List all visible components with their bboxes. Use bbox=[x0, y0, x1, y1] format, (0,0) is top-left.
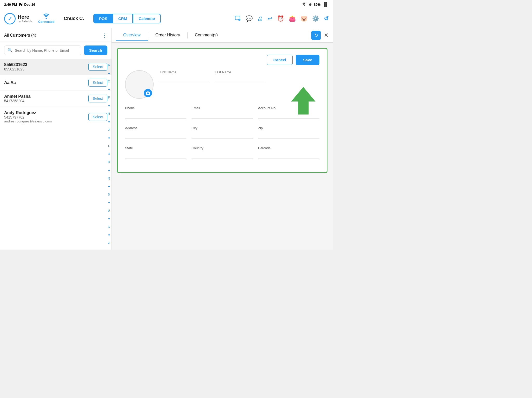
select-button[interactable]: Select bbox=[88, 113, 107, 121]
alpha-c[interactable]: C bbox=[108, 80, 110, 83]
first-name-label: First Name bbox=[160, 70, 209, 74]
alarm-icon[interactable]: ⏰ bbox=[277, 15, 284, 22]
first-name-field: First Name bbox=[160, 70, 209, 83]
first-name-input[interactable] bbox=[160, 76, 209, 83]
user-name: Chuck C. bbox=[64, 16, 84, 21]
piggy-icon[interactable]: 🐷 bbox=[300, 15, 307, 22]
battery-percent: 89% bbox=[314, 3, 320, 6]
state-field: State bbox=[125, 146, 186, 159]
customer-name: Aa Aa bbox=[4, 80, 16, 85]
email-field: Email bbox=[192, 106, 253, 119]
alpha-j[interactable]: J bbox=[108, 128, 110, 132]
camera-button[interactable] bbox=[144, 89, 152, 97]
chat-icon[interactable]: 💬 bbox=[246, 15, 253, 22]
right-tabs: Overview Order History Comment(s) ↻ ✕ bbox=[112, 28, 333, 43]
customer-name: 8556231623 bbox=[4, 62, 27, 67]
alpha-a[interactable]: A bbox=[108, 63, 110, 67]
select-button[interactable]: Select bbox=[88, 79, 107, 87]
alpha-dot bbox=[108, 105, 110, 106]
account-no-input[interactable] bbox=[258, 112, 319, 119]
main-layout: All Customers (4) ⋮ 🔍 Search 8556231623 … bbox=[0, 28, 333, 250]
barcode-input[interactable] bbox=[258, 152, 319, 159]
form-actions: Cancel Save bbox=[125, 55, 319, 65]
account-no-field: Account No. bbox=[258, 106, 319, 119]
logo-text: Here by SalesVu bbox=[18, 14, 32, 23]
customer-list: 8556231623 8556231623 Select Aa Aa Selec… bbox=[0, 59, 111, 250]
customer-name: Ahmet Pasha bbox=[4, 94, 30, 99]
all-customers-title: All Customers (4) bbox=[4, 33, 36, 38]
search-input[interactable] bbox=[15, 48, 78, 53]
customer-email: andres.rodriguez@salesvu.com bbox=[4, 119, 52, 123]
customer-item[interactable]: Aa Aa Select bbox=[0, 75, 111, 90]
last-name-input[interactable] bbox=[215, 76, 264, 83]
tab-crm[interactable]: CRM bbox=[113, 14, 133, 23]
wifi-connected-icon bbox=[43, 14, 50, 20]
wallet-icon[interactable]: 👛 bbox=[289, 15, 296, 22]
alpha-dot bbox=[108, 218, 110, 219]
cancel-button[interactable]: Cancel bbox=[267, 55, 293, 65]
phone-field: Phone bbox=[125, 106, 186, 119]
address-input[interactable] bbox=[125, 132, 186, 139]
customer-info: Aa Aa bbox=[4, 80, 16, 85]
customer-item[interactable]: 8556231623 8556231623 Select bbox=[0, 59, 111, 75]
email-input[interactable] bbox=[192, 112, 253, 119]
tab-comments[interactable]: Comment(s) bbox=[188, 30, 225, 41]
tab-order-history[interactable]: Order History bbox=[148, 30, 187, 41]
tab-pos[interactable]: POS bbox=[93, 14, 113, 23]
alpha-index: A C F H J L O Q S U X bbox=[106, 59, 111, 250]
alpha-o[interactable]: O bbox=[108, 160, 110, 164]
customer-info: Andy Rodriguez 5415797762 andres.rodrigu… bbox=[4, 110, 52, 123]
customer-phone: 5417358204 bbox=[4, 99, 30, 103]
customer-phone: 5415797762 bbox=[4, 115, 52, 119]
address-field: Address bbox=[125, 126, 186, 139]
right-panel: Overview Order History Comment(s) ↻ ✕ Ca… bbox=[112, 28, 333, 250]
nav-tabs: POS CRM Calendar bbox=[93, 14, 161, 23]
status-right: ⊕ 89% ▐▌ bbox=[302, 2, 329, 7]
left-header: All Customers (4) ⋮ bbox=[0, 28, 111, 42]
select-button[interactable]: Select bbox=[88, 95, 107, 102]
alpha-dot bbox=[108, 137, 110, 139]
country-input[interactable] bbox=[192, 152, 253, 159]
customer-item[interactable]: Andy Rodriguez 5415797762 andres.rodrigu… bbox=[0, 107, 111, 127]
alpha-l[interactable]: L bbox=[108, 144, 110, 148]
alpha-u[interactable]: U bbox=[108, 209, 110, 213]
search-button[interactable]: Search bbox=[84, 45, 107, 55]
save-button[interactable]: Save bbox=[296, 55, 319, 65]
alpha-q[interactable]: Q bbox=[108, 176, 110, 180]
customer-item[interactable]: Ahmet Pasha 5417358204 Select bbox=[0, 90, 111, 107]
refresh-icon[interactable]: ↺ bbox=[324, 15, 329, 22]
avatar-upload bbox=[125, 70, 154, 99]
alpha-s[interactable]: S bbox=[108, 193, 110, 197]
close-button[interactable]: ✕ bbox=[324, 32, 329, 39]
search-area: 🔍 Search bbox=[0, 42, 111, 59]
state-input[interactable] bbox=[125, 152, 186, 159]
alpha-dot bbox=[108, 234, 110, 236]
more-options-icon[interactable]: ⋮ bbox=[102, 32, 107, 38]
nav-icons: T 💬 🖨 ↩ ⏰ 👛 🐷 ⚙️ ↺ bbox=[234, 15, 329, 23]
state-label: State bbox=[125, 146, 186, 150]
zip-input[interactable] bbox=[258, 132, 319, 139]
alpha-x[interactable]: X bbox=[108, 225, 110, 229]
tools-icon[interactable]: T bbox=[234, 15, 241, 23]
spacer-field bbox=[270, 70, 319, 83]
alpha-dot bbox=[108, 153, 110, 155]
city-input[interactable] bbox=[192, 132, 253, 139]
time: 2:40 PM bbox=[4, 3, 17, 6]
print-icon[interactable]: 🖨 bbox=[257, 15, 263, 22]
search-input-wrap: 🔍 bbox=[4, 45, 81, 55]
country-label: Country bbox=[192, 146, 253, 150]
alpha-f[interactable]: F bbox=[108, 96, 110, 100]
tab-overview[interactable]: Overview bbox=[116, 30, 148, 41]
alpha-z[interactable]: Z bbox=[108, 241, 110, 245]
alpha-dot bbox=[108, 89, 110, 90]
settings-icon[interactable]: ⚙️ bbox=[312, 15, 319, 22]
field-row-address: Address City Zip bbox=[125, 126, 319, 139]
refresh-tab-button[interactable]: ↻ bbox=[311, 31, 321, 40]
select-button[interactable]: Select bbox=[88, 63, 107, 71]
undo-icon[interactable]: ↩ bbox=[268, 15, 272, 22]
alpha-h[interactable]: H bbox=[108, 112, 110, 116]
tab-calendar[interactable]: Calendar bbox=[133, 14, 161, 23]
phone-input[interactable] bbox=[125, 112, 186, 119]
wifi-icon bbox=[302, 2, 307, 7]
customer-info: Ahmet Pasha 5417358204 bbox=[4, 94, 30, 103]
